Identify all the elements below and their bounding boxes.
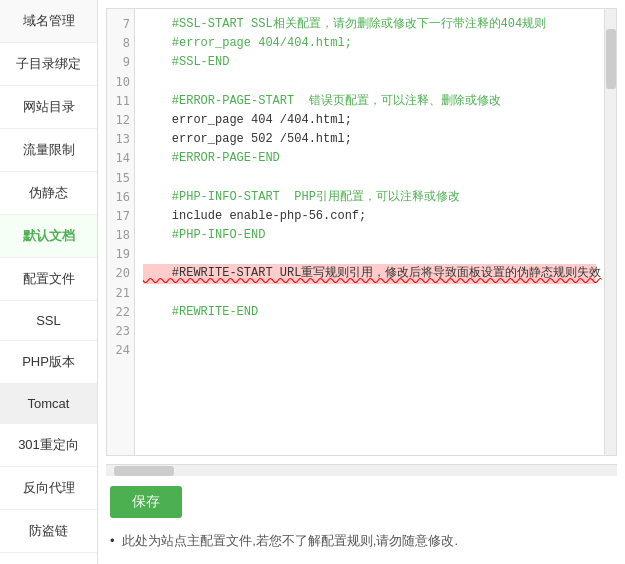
sidebar-item-label: 子目录绑定 (16, 56, 81, 71)
sidebar-item-config[interactable]: 配置文件 (0, 258, 97, 301)
sidebar-item-hotlink[interactable]: 防盗链 (0, 510, 97, 553)
vertical-scrollbar[interactable] (604, 9, 616, 455)
scrollbar-thumb[interactable] (606, 29, 616, 89)
code-line-17: include enable-php-56.conf; (143, 207, 596, 226)
sidebar-item-webdir[interactable]: 网站目录 (0, 86, 97, 129)
sidebar-item-label: 默认文档 (23, 228, 75, 243)
notice-area: • 此处为站点主配置文件,若您不了解配置规则,请勿随意修改. (98, 528, 625, 564)
sidebar-item-ssl[interactable]: SSL (0, 301, 97, 341)
code-line-20: #REWRITE-START URL重写规则引用，修改后将导致面板设置的伪静态规… (143, 264, 596, 283)
sidebar-item-pseudostatic[interactable]: 伪静态 (0, 172, 97, 215)
code-line-14: #ERROR-PAGE-END (143, 149, 596, 168)
sidebar-item-label: 网站目录 (23, 99, 75, 114)
notice-bullet: • (110, 533, 115, 548)
toolbar: 保存 (98, 476, 625, 528)
code-line-24 (143, 341, 596, 360)
code-line-15 (143, 169, 596, 188)
code-line-7: #SSL-START SSL相关配置，请勿删除或修改下一行带注释的404规则 (143, 15, 596, 34)
h-scrollbar-thumb[interactable] (114, 466, 174, 476)
sidebar-item-label: 配置文件 (23, 271, 75, 286)
code-line-9: #SSL-END (143, 53, 596, 72)
main-content: 7 8 9 10 11 12 13 14 15 16 17 18 19 20 2… (98, 0, 625, 564)
sidebar-item-label: PHP版本 (22, 354, 75, 369)
sidebar-item-label: 反向代理 (23, 480, 75, 495)
code-line-19 (143, 245, 596, 264)
code-editor[interactable]: 7 8 9 10 11 12 13 14 15 16 17 18 19 20 2… (106, 8, 617, 456)
sidebar-item-label: 伪静态 (29, 185, 68, 200)
code-content[interactable]: #SSL-START SSL相关配置，请勿删除或修改下一行带注释的404规则 #… (135, 9, 604, 455)
sidebar-item-default-doc[interactable]: 默认文档 (0, 215, 97, 258)
sidebar-item-label: 域名管理 (23, 13, 75, 28)
sidebar-item-301[interactable]: 301重定向 (0, 424, 97, 467)
sidebar-item-label: Tomcat (28, 396, 70, 411)
save-button[interactable]: 保存 (110, 486, 182, 518)
sidebar-item-label: SSL (36, 313, 61, 328)
sidebar: 域名管理 子目录绑定 网站目录 流量限制 伪静态 默认文档 配置文件 SSL P… (0, 0, 98, 564)
sidebar-item-subdir[interactable]: 子目录绑定 (0, 43, 97, 86)
code-line-16: #PHP-INFO-START PHP引用配置，可以注释或修改 (143, 188, 596, 207)
sidebar-item-label: 301重定向 (18, 437, 79, 452)
code-line-21 (143, 284, 596, 303)
line-numbers: 7 8 9 10 11 12 13 14 15 16 17 18 19 20 2… (107, 9, 135, 455)
code-line-23 (143, 322, 596, 341)
code-line-8: #error_page 404/404.html; (143, 34, 596, 53)
sidebar-item-response-log[interactable]: 响应日志 (0, 553, 97, 564)
code-line-22: #REWRITE-END (143, 303, 596, 322)
sidebar-item-tomcat[interactable]: Tomcat (0, 384, 97, 424)
sidebar-item-php[interactable]: PHP版本 (0, 341, 97, 384)
code-line-12: error_page 404 /404.html; (143, 111, 596, 130)
horizontal-scrollbar[interactable] (106, 464, 617, 476)
code-line-13: error_page 502 /504.html; (143, 130, 596, 149)
sidebar-item-label: 流量限制 (23, 142, 75, 157)
notice-text: 此处为站点主配置文件,若您不了解配置规则,请勿随意修改. (122, 533, 458, 548)
sidebar-item-label: 防盗链 (29, 523, 68, 538)
code-line-11: #ERROR-PAGE-START 错误页配置，可以注释、删除或修改 (143, 92, 596, 111)
code-line-10 (143, 73, 596, 92)
sidebar-item-traffic[interactable]: 流量限制 (0, 129, 97, 172)
code-line-18: #PHP-INFO-END (143, 226, 596, 245)
sidebar-item-domain[interactable]: 域名管理 (0, 0, 97, 43)
sidebar-item-reverse-proxy[interactable]: 反向代理 (0, 467, 97, 510)
